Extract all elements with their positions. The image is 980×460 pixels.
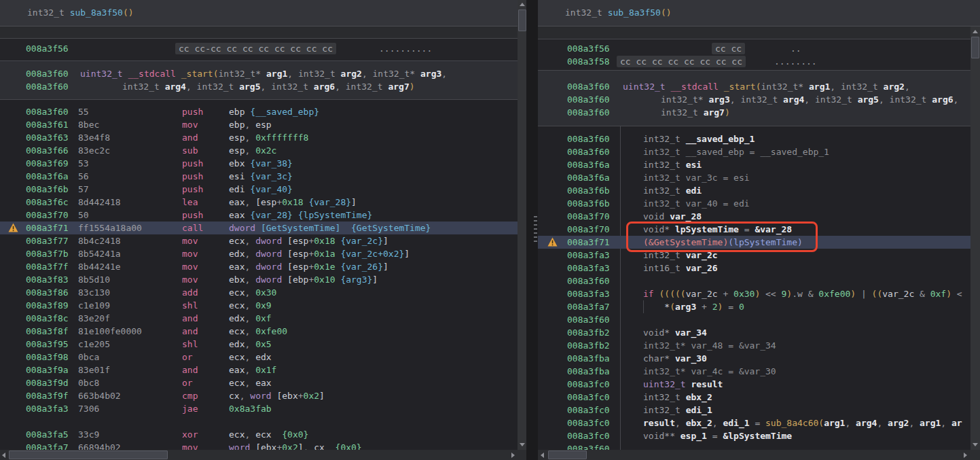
- right-vertical-scrollbar[interactable]: [970, 26, 980, 450]
- code-row[interactable]: 008a3f60: [538, 313, 970, 326]
- left-horizontal-scrollbar[interactable]: [0, 450, 526, 460]
- code-row[interactable]: 008a3fc0uint32_t result: [538, 378, 970, 391]
- code-row[interactable]: 008a3f6aint32_t esi: [538, 158, 970, 171]
- disasm-row[interactable]: 008a3fa37306jae0x8a3fab: [0, 402, 526, 415]
- disasm-row[interactable]: [0, 415, 526, 428]
- code-row[interactable]: 008a3f60int32_t __saved_ebp = __saved_eb…: [538, 145, 970, 158]
- warning-icon: [547, 236, 558, 249]
- disasm-row[interactable]: 008a3f6383e4f8andesp, 0xfffffff8: [0, 131, 526, 144]
- disasm-row[interactable]: 008a3f618becmovebp, esp: [0, 118, 526, 131]
- right-vscroll-thumb[interactable]: [971, 37, 979, 58]
- left-signature-band: 008a3f60uint32_t __stdcall _start(int32_…: [0, 61, 526, 99]
- left-function-title: int32_t sub_8a3f50(): [27, 0, 134, 26]
- disasm-row[interactable]: 008a3f95c1e205shledx, 0x5: [0, 338, 526, 351]
- right-gap-band: [538, 26, 970, 39]
- signature-row[interactable]: 008a3f60int32_t arg7): [538, 106, 970, 119]
- scroll-up-button[interactable]: [518, 0, 526, 9]
- disasm-row[interactable]: 008a3f6683ec2csubesp, 0x2c: [0, 144, 526, 157]
- code-row[interactable]: 008a3fb2void* var_34: [538, 326, 970, 339]
- scroll-down-button[interactable]: [518, 440, 526, 449]
- right-hex-band: 008a3f56cc cc..008a3f58cc cc cc cc cc cc…: [538, 39, 970, 70]
- hex-row[interactable]: 008a3f56cc cc-cc cc cc cc cc cc cc cc...…: [0, 42, 526, 55]
- disasm-row[interactable]: 008a3f9f663b4b02cmpcx, word [ebx+0x2]: [0, 389, 526, 402]
- disasm-row[interactable]: 008a3f89c1e109shlecx, 0x9: [0, 299, 526, 312]
- disasm-row[interactable]: 008a3f6a56pushesi {var_3c}: [0, 170, 526, 183]
- code-row[interactable]: 008a3f6bint32_t var_40 = edi: [538, 197, 970, 210]
- scrollbar-corner: [970, 450, 980, 460]
- left-arrow-icon: [2, 453, 5, 458]
- code-row[interactable]: 008a3fbaint32_t* var_4c = &var_30: [538, 365, 970, 378]
- left-gap-band: [0, 26, 526, 38]
- code-row[interactable]: 008a3fa3int16_t var_26: [538, 262, 970, 275]
- code-row[interactable]: 008a3fa7 *(arg3 + 2) = 0: [538, 300, 970, 313]
- code-row[interactable]: 008a3f6aint32_t var_3c = esi: [538, 171, 970, 184]
- right-pane-decompiler: int32_t sub_8a3f50() 008a3f56cc cc..008a…: [538, 0, 980, 460]
- left-arrow-icon: [541, 453, 544, 458]
- left-pane-header: int32_t sub_8a3f50(): [0, 0, 526, 26]
- disasm-row[interactable]: 008a3f6c8d442418leaeax, [esp+0x18 {var_2…: [0, 196, 526, 209]
- code-row[interactable]: 008a3f60: [538, 275, 970, 287]
- scroll-right-button[interactable]: [509, 450, 518, 459]
- down-arrow-icon: [973, 443, 978, 446]
- code-row[interactable]: 008a3fa3if (((((var_2c + 0x30) << 9).w &…: [538, 287, 970, 300]
- code-row[interactable]: 008a3fc0int32_t ebx_2: [538, 391, 970, 404]
- disasm-row[interactable]: 008a3f6b57pushedi {var_40}: [0, 183, 526, 196]
- disasm-row[interactable]: 008a3f8f81e100fe0000andecx, 0xfe00: [0, 325, 526, 338]
- right-function-title: int32_t sub_8a3f50(): [565, 0, 672, 26]
- code-row[interactable]: 008a3f60int32_t __saved_ebp_1: [538, 132, 970, 145]
- left-hex-band: 008a3f56cc cc-cc cc cc cc cc cc cc cc...…: [0, 39, 526, 60]
- code-row[interactable]: 008a3fc0result, ebx_2, edi_1 = sub_8a4c6…: [538, 417, 970, 429]
- code-row[interactable]: 008a3f6bint32_t edi: [538, 184, 970, 197]
- signature-row[interactable]: 008a3f60uint32_t __stdcall _start(int32_…: [538, 80, 970, 93]
- right-code-band: 008a3f60int32_t __saved_ebp_1008a3f60int…: [538, 126, 970, 450]
- up-arrow-icon: [520, 3, 525, 6]
- code-row[interactable]: 008a3fc0int32_t edi_1: [538, 404, 970, 417]
- disasm-row[interactable]: 008a3f9a83e01fandeax, 0x1f: [0, 364, 526, 376]
- disasm-row[interactable]: 008a3f6055pushebp {__saved_ebp}: [0, 105, 526, 118]
- code-row[interactable]: 008a3fbachar* var_30: [538, 352, 970, 365]
- disasm-row[interactable]: 008a3f7050pusheax {var_28} {lpSystemTime…: [0, 209, 526, 222]
- code-row[interactable]: 008a3f60: [538, 442, 970, 450]
- scroll-down-button[interactable]: [970, 440, 979, 449]
- disasm-row[interactable]: 008a3f8683c130addecx, 0x30: [0, 286, 526, 299]
- right-arrow-icon: [511, 453, 515, 458]
- scroll-right-button[interactable]: [961, 450, 970, 459]
- right-horizontal-scrollbar[interactable]: [538, 450, 970, 460]
- disasm-row[interactable]: 008a3f9d0bc8orecx, eax: [0, 376, 526, 389]
- disasm-row[interactable]: 008a3fa766894b02movword [ebx+0x2], cx {0…: [0, 441, 526, 450]
- scroll-left-button[interactable]: [539, 450, 547, 459]
- left-vertical-scrollbar[interactable]: [518, 0, 526, 450]
- hex-row[interactable]: 008a3f56cc cc..: [538, 42, 970, 55]
- left-hscroll-thumb[interactable]: [9, 450, 168, 459]
- refresh-icon[interactable]: [8, 7, 19, 18]
- left-vscroll-thumb[interactable]: [518, 10, 526, 31]
- signature-row[interactable]: 008a3f60int32_t arg4, int32_t arg5, int3…: [0, 80, 526, 93]
- right-pane-header: int32_t sub_8a3f50(): [538, 0, 980, 26]
- disasm-row[interactable]: 008a3f7f8b44241emoveax, dword [esp+0x1e …: [0, 260, 526, 273]
- disasm-row[interactable]: 008a3f980bcaorecx, edx: [0, 351, 526, 364]
- scroll-up-button[interactable]: [970, 27, 979, 36]
- right-arrow-icon: [964, 453, 967, 458]
- disasm-row[interactable]: 008a3f838b5d10movebx, dword [ebp+0x10 {a…: [0, 273, 526, 286]
- scroll-left-button[interactable]: [0, 450, 9, 459]
- down-arrow-icon: [520, 443, 525, 446]
- disasm-row[interactable]: 008a3f71ff1554a18a00calldword [GetSystem…: [0, 222, 526, 234]
- disasm-row[interactable]: 008a3f7b8b54241amovedx, dword [esp+0x1a …: [0, 247, 526, 260]
- disasm-row[interactable]: 008a3f6953pushebx {var_38}: [0, 157, 526, 170]
- right-hscroll-thumb[interactable]: [548, 450, 587, 459]
- annotation-red-box: [626, 222, 818, 252]
- binary-analysis-window: int32_t sub_8a3f50() 008a3f56cc cc-cc cc…: [0, 0, 980, 460]
- disasm-row[interactable]: 008a3f8c83e20fandedx, 0xf: [0, 312, 526, 325]
- up-arrow-icon: [973, 30, 978, 33]
- left-disassembly-band: 008a3f6055pushebp {__saved_ebp}008a3f618…: [0, 100, 526, 450]
- code-row[interactable]: 008a3fb2int32_t* var_48 = &var_34: [538, 339, 970, 352]
- warning-icon: [8, 222, 18, 234]
- disasm-row[interactable]: 008a3f778b4c2418movecx, dword [esp+0x18 …: [0, 234, 526, 247]
- signature-row[interactable]: 008a3f60uint32_t __stdcall _start(int32_…: [0, 67, 526, 80]
- hex-row[interactable]: 008a3f58cc cc cc cc cc cc cc cc........: [538, 55, 970, 68]
- signature-row[interactable]: 008a3f60int32_t* arg3, int32_t arg4, int…: [538, 93, 970, 106]
- code-row[interactable]: 008a3fc0void** esp_1 = &lpSystemTime: [538, 429, 970, 442]
- refresh-icon[interactable]: [546, 7, 557, 18]
- splitter-grip-icon[interactable]: [534, 216, 537, 242]
- disasm-row[interactable]: 008a3fa533c9xorecx, ecx {0x0}: [0, 428, 526, 441]
